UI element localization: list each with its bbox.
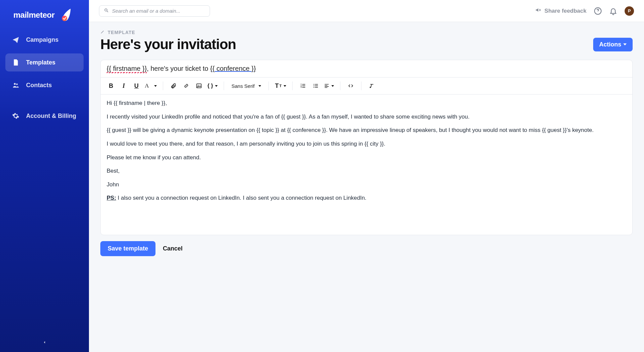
svg-point-2 xyxy=(16,83,18,85)
svg-point-7 xyxy=(198,85,199,85)
editor-body[interactable]: Hi {{ firstname | there }}, I recently v… xyxy=(101,95,632,235)
page-title: Here's your invitation xyxy=(100,36,236,52)
svg-point-13 xyxy=(314,87,314,87)
avatar-initial: P xyxy=(628,8,631,13)
svg-line-4 xyxy=(107,11,108,12)
caret-down-icon xyxy=(258,85,261,87)
search-input-wrap[interactable] xyxy=(99,5,210,17)
body-paragraph: John xyxy=(107,181,626,189)
subject-var-firstname: {{ firstname }} xyxy=(107,65,147,72)
people-icon xyxy=(12,81,19,89)
subject-var-conference: {{ conference }} xyxy=(210,65,256,72)
code-view-button[interactable] xyxy=(345,80,356,92)
body-paragraph: I recently visited your LinkedIn profile… xyxy=(107,113,626,121)
svg-point-11 xyxy=(314,84,314,84)
ps-text: I also sent you a connection request on … xyxy=(116,195,366,201)
toolbar-divider xyxy=(340,81,340,90)
font-size-button[interactable]: TT xyxy=(274,80,288,92)
sidebar: mailmeteor Campaigns Templates Contacts … xyxy=(0,0,89,352)
unordered-list-button[interactable] xyxy=(310,80,321,92)
ordered-list-button[interactable]: 123 xyxy=(297,80,309,92)
toolbar-divider xyxy=(292,81,293,90)
toolbar-divider xyxy=(269,81,269,90)
underline-button[interactable]: U xyxy=(131,80,142,92)
bold-button[interactable]: B xyxy=(105,80,117,92)
search-icon xyxy=(104,8,109,14)
breadcrumb-label: TEMPLATE xyxy=(108,30,135,35)
font-family-select[interactable]: Sans Serif xyxy=(229,83,264,89)
ps-label: PS: xyxy=(107,195,116,201)
actions-label: Actions xyxy=(599,41,621,48)
body-paragraph: Hi {{ firstname | there }}, xyxy=(107,99,626,108)
sidebar-item-account-billing[interactable]: Account & Billing xyxy=(5,107,84,125)
share-feedback-button[interactable]: Share feedback xyxy=(535,7,586,15)
notifications-button[interactable] xyxy=(609,7,617,15)
attachment-button[interactable] xyxy=(168,80,179,92)
body-paragraph: PS: I also sent you a connection request… xyxy=(107,194,626,202)
save-template-button[interactable]: Save template xyxy=(100,241,155,256)
megaphone-icon xyxy=(535,7,542,15)
svg-point-0 xyxy=(62,16,67,21)
sidebar-item-label: Campaigns xyxy=(26,36,59,43)
svg-point-1 xyxy=(14,83,16,85)
subject-text-middle: , here's your ticket to xyxy=(147,65,210,72)
svg-point-12 xyxy=(314,85,314,86)
text-color-dropdown[interactable] xyxy=(151,80,158,92)
font-family-label: Sans Serif xyxy=(231,83,254,89)
caret-down-icon xyxy=(154,85,157,87)
svg-text:3: 3 xyxy=(301,86,302,88)
share-feedback-label: Share feedback xyxy=(544,8,586,14)
caret-down-icon xyxy=(623,43,627,45)
clear-formatting-button[interactable] xyxy=(366,80,378,92)
search-input[interactable] xyxy=(112,8,205,14)
link-button[interactable] xyxy=(181,80,192,92)
topbar: Share feedback P xyxy=(89,0,644,22)
toolbar-divider xyxy=(361,81,361,90)
meteor-icon xyxy=(57,8,71,22)
subject-input[interactable]: {{ firstname }}, here's your ticket to {… xyxy=(101,60,632,77)
sidebar-item-contacts[interactable]: Contacts xyxy=(5,76,84,94)
toolbar-divider xyxy=(224,81,224,90)
text-color-button[interactable]: A xyxy=(143,80,150,92)
breadcrumb: TEMPLATE xyxy=(100,29,633,35)
italic-button[interactable]: I xyxy=(118,80,129,92)
svg-point-3 xyxy=(105,9,107,11)
body-paragraph: I would love to meet you there, and for … xyxy=(107,140,626,148)
sidebar-item-label: Account & Billing xyxy=(26,113,76,120)
body-paragraph: Best, xyxy=(107,167,626,175)
editor-card: {{ firstname }}, here's your ticket to {… xyxy=(100,60,633,235)
sidebar-collapse-button[interactable] xyxy=(42,340,47,346)
caret-down-icon xyxy=(331,85,334,87)
document-icon xyxy=(12,59,19,66)
variables-button[interactable]: { } xyxy=(206,80,219,92)
gear-icon xyxy=(12,112,19,120)
brand-name: mailmeteor xyxy=(13,10,55,20)
caret-down-icon xyxy=(284,85,286,87)
editor-toolbar: B I U A { } Sans Serif xyxy=(101,77,632,95)
caret-down-icon xyxy=(215,85,218,87)
actions-dropdown-button[interactable]: Actions xyxy=(593,38,633,51)
cancel-button[interactable]: Cancel xyxy=(163,245,183,252)
body-paragraph: {{ guest }} will be giving a dynamic key… xyxy=(107,126,626,135)
pencil-icon xyxy=(100,29,105,35)
align-button[interactable] xyxy=(323,80,335,92)
sidebar-item-label: Contacts xyxy=(26,82,52,89)
help-button[interactable] xyxy=(594,7,602,15)
sidebar-item-label: Templates xyxy=(26,59,56,66)
sidebar-item-templates[interactable]: Templates xyxy=(5,53,84,71)
sidebar-item-campaigns[interactable]: Campaigns xyxy=(5,31,84,49)
avatar[interactable]: P xyxy=(625,6,634,16)
brand-logo[interactable]: mailmeteor xyxy=(0,0,89,31)
body-paragraph: Please let me know if you can attend. xyxy=(107,154,626,162)
toolbar-divider xyxy=(163,81,163,90)
send-icon xyxy=(12,36,19,43)
image-button[interactable] xyxy=(193,80,205,92)
